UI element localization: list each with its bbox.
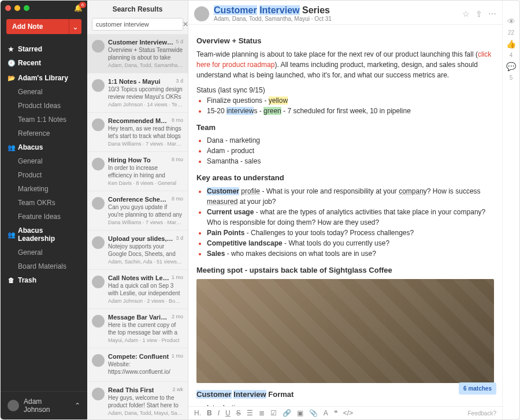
list-item: Customer profile - What is your role and… [207,186,494,207]
sidebar-library[interactable]: 👥Abacus Leadership [1,224,87,246]
result-meta: Ken Davis · 8 views · General [108,180,183,186]
search-result[interactable]: Read This First2 wk Hey guys, welcome to… [87,382,188,419]
minimize-window-icon[interactable] [14,5,20,11]
search-result[interactable]: Hiring How To8 mo In order to increase e… [87,152,188,191]
sidebar-notebook[interactable]: Team 1:1 Notes [1,113,87,127]
list-item: Introduction Explain the goals of the in… [207,403,494,407]
result-meta: Adam, Dana, Todd, Samantha, Mayui · 22 v… [108,62,183,68]
list-item: Current usage - what are the types of an… [207,207,494,228]
avatar [8,400,19,411]
share-icon[interactable]: ⇪ [476,9,482,18]
sidebar-item-trash[interactable]: 🗑Trash [1,273,87,287]
sidebar-library[interactable]: 👥Abacus [1,140,87,154]
sidebar-notebook[interactable]: Product [1,168,87,182]
result-age: 1 mo [172,274,183,281]
avatar [92,354,105,367]
document-meta: Adam, Dana, Todd, Samantha, Mayui · Oct … [214,16,332,22]
sidebar-library[interactable]: 📂Adam's Library [1,71,87,85]
bold-tool[interactable]: B [207,409,212,417]
search-result[interactable]: Customer Interview Series5 d Overview + … [87,34,188,73]
notification-badge: 6 [79,2,86,8]
sidebar-notebook[interactable]: Feature Ideas [1,210,87,224]
heading-tool[interactable]: H. [194,409,201,417]
result-title: Recommended Marketing ... [108,117,169,124]
avatar [92,315,105,328]
search-input[interactable] [92,18,179,30]
main-content: Customer Interview Series Adam, Dana, To… [188,1,519,419]
result-snippet: Hey guys, welcome to the product folder!… [108,394,183,409]
result-title: Message Bar Variations - Q1 [108,314,169,321]
numbered-list-tool[interactable]: ≣ [259,409,265,417]
search-result[interactable]: Recommended Marketing ...8 mo Hey team, … [87,113,188,152]
sidebar-notebook[interactable]: Team OKRs [1,196,87,210]
notifications-icon[interactable]: 🔔 6 [74,4,83,12]
activity-rail: 👁 22 👍 4 💬 5 [502,1,519,419]
bullet-list-tool[interactable]: ☰ [247,409,253,417]
likes-icon[interactable]: 👍 [506,39,516,49]
highlight-tool[interactable]: A [324,409,328,417]
document-body[interactable]: Overview + Status Team-wide planning is … [188,25,502,406]
likes-count: 4 [510,52,513,58]
more-icon[interactable]: ⋯ [488,9,496,18]
sidebar-notebook[interactable]: General [1,154,87,168]
strike-tool[interactable]: S [236,409,241,417]
views-icon[interactable]: 👁 [507,17,515,26]
sidebar-notebook[interactable]: General [1,246,87,259]
avatar [92,118,105,131]
italic-tool[interactable]: I [218,409,220,417]
sidebar-notebook[interactable]: Board Materials [1,259,87,273]
result-age: 2 wk [172,386,183,393]
search-results-list[interactable]: Customer Interview Series5 d Overview + … [87,34,188,419]
avatar [92,40,105,53]
result-snippet: Website: https://www.confluent.io/ Caree… [108,360,183,376]
search-result[interactable]: Call Notes with Leslie1 mo Had a quick c… [87,270,188,309]
search-result[interactable]: Compete: Confluent1 mo Website: https://… [87,348,188,382]
search-result[interactable]: 1:1 Notes - Mayui3 d 10/3 Topics upcomin… [87,73,188,113]
checklist-tool[interactable]: ☑ [270,409,277,417]
result-title: Hiring How To [108,157,151,163]
user-menu[interactable]: Adam Johnson ⌃ [1,391,87,419]
add-note-button[interactable]: Add Note [6,19,69,34]
avatar [92,158,105,170]
window-controls[interactable] [5,5,29,11]
sidebar-notebook[interactable]: General [1,85,87,99]
chevron-up-icon: ⌃ [75,402,80,410]
result-meta: Adam Johnson · 14 views · Team 1:1 Notes [108,102,183,107]
maximize-window-icon[interactable] [24,5,29,11]
star-icon[interactable]: ☆ [462,9,470,18]
views-count: 22 [508,29,514,36]
code-tool[interactable]: </> [343,409,353,417]
search-box[interactable]: ✕ [92,18,183,31]
feedback-link[interactable]: Feedback? [468,410,496,417]
list-item: Pain Points - Challenges to your tools t… [207,228,494,238]
quote-tool[interactable]: ❝ [334,409,337,417]
add-note-dropdown[interactable]: ⌄ [69,19,81,34]
result-age: 3 d [176,78,183,85]
trash-icon: 🗑 [8,277,14,284]
result-age: 8 mo [172,157,183,163]
avatar [92,236,105,249]
library-icon: 👥 [8,231,14,239]
sidebar-notebook[interactable]: Reference [1,127,87,140]
document-title: Customer Interview Series [214,5,332,16]
sidebar-notebook[interactable]: Product Ideas [1,99,87,113]
close-window-icon[interactable] [5,5,11,11]
search-result[interactable]: Conference Schedule 20178 mo Can you guy… [87,191,188,231]
sidebar-notebook[interactable]: Marketing [1,182,87,196]
library-icon: 📂 [8,75,14,82]
sidebar-item-recent[interactable]: 🕘Recent [1,56,87,70]
result-meta: Adam Johnson · 2 views · Board Materials [108,298,183,304]
image-tool[interactable]: ▣ [297,409,303,417]
search-result[interactable]: Message Bar Variations - Q12 mo Here is … [87,309,188,348]
sidebar-item-starred[interactable]: ★Starred [1,42,87,56]
result-age: 8 mo [172,117,183,124]
comments-icon[interactable]: 💬 [506,62,516,71]
underline-tool[interactable]: U [225,409,231,417]
attachment-tool[interactable]: 📎 [309,409,318,417]
link-tool[interactable]: 🔗 [283,409,291,417]
matches-badge[interactable]: 6 matches [459,382,496,395]
avatar [92,197,105,210]
star-icon: ★ [8,46,14,53]
result-age: 5 d [176,39,183,46]
search-result[interactable]: Upload your slides, spread...3 d Notejoy… [87,231,188,270]
